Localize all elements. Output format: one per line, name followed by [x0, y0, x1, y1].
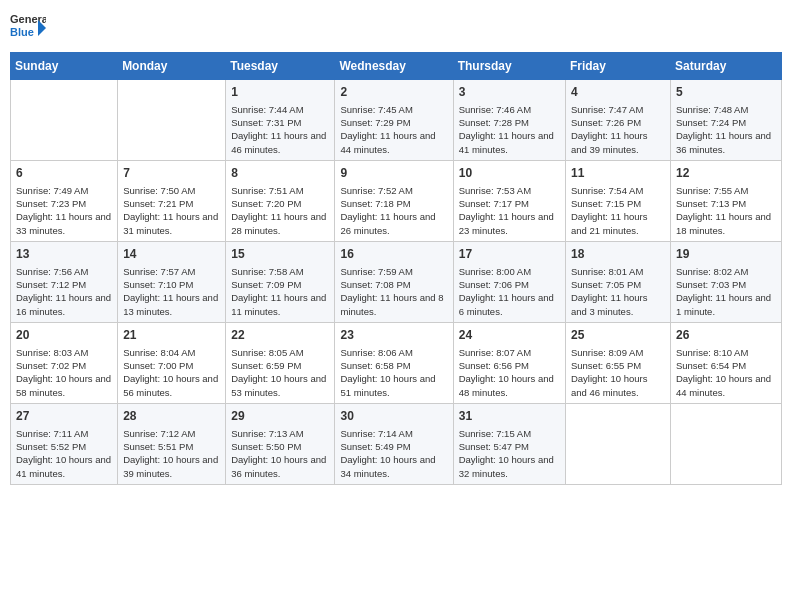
calendar-cell: 23Sunrise: 8:06 AMSunset: 6:58 PMDayligh…	[335, 322, 453, 403]
cell-info-line: Sunrise: 7:57 AM	[123, 265, 220, 278]
calendar-cell: 13Sunrise: 7:56 AMSunset: 7:12 PMDayligh…	[11, 241, 118, 322]
calendar-week-row: 1Sunrise: 7:44 AMSunset: 7:31 PMDaylight…	[11, 80, 782, 161]
calendar-week-row: 20Sunrise: 8:03 AMSunset: 7:02 PMDayligh…	[11, 322, 782, 403]
calendar-cell: 5Sunrise: 7:48 AMSunset: 7:24 PMDaylight…	[670, 80, 781, 161]
cell-info-line: Sunset: 7:29 PM	[340, 116, 447, 129]
cell-info-line: Daylight: 10 hours and 34 minutes.	[340, 453, 447, 480]
logo-svg: General Blue	[10, 10, 46, 46]
calendar-cell: 14Sunrise: 7:57 AMSunset: 7:10 PMDayligh…	[118, 241, 226, 322]
cell-info-line: Sunrise: 8:07 AM	[459, 346, 560, 359]
cell-info-line: Daylight: 10 hours and 32 minutes.	[459, 453, 560, 480]
cell-info-line: Daylight: 10 hours and 53 minutes.	[231, 372, 329, 399]
day-number: 17	[459, 246, 560, 263]
cell-info-line: Sunset: 5:50 PM	[231, 440, 329, 453]
svg-text:Blue: Blue	[10, 26, 34, 38]
cell-info-line: Sunset: 7:10 PM	[123, 278, 220, 291]
cell-info-line: Sunset: 6:56 PM	[459, 359, 560, 372]
cell-info-line: Daylight: 11 hours and 39 minutes.	[571, 129, 665, 156]
cell-info-line: Sunset: 7:28 PM	[459, 116, 560, 129]
calendar-cell: 31Sunrise: 7:15 AMSunset: 5:47 PMDayligh…	[453, 403, 565, 484]
cell-info-line: Daylight: 10 hours and 36 minutes.	[231, 453, 329, 480]
cell-info-line: Sunrise: 7:14 AM	[340, 427, 447, 440]
cell-info-line: Sunset: 7:20 PM	[231, 197, 329, 210]
calendar-cell: 27Sunrise: 7:11 AMSunset: 5:52 PMDayligh…	[11, 403, 118, 484]
cell-info-line: Sunrise: 7:59 AM	[340, 265, 447, 278]
day-number: 18	[571, 246, 665, 263]
calendar-cell	[565, 403, 670, 484]
cell-info-line: Sunrise: 7:15 AM	[459, 427, 560, 440]
cell-info-line: Daylight: 11 hours and 36 minutes.	[676, 129, 776, 156]
cell-info-line: Sunrise: 7:55 AM	[676, 184, 776, 197]
cell-info-line: Daylight: 11 hours and 6 minutes.	[459, 291, 560, 318]
cell-info-line: Sunset: 5:49 PM	[340, 440, 447, 453]
cell-info-line: Sunrise: 8:02 AM	[676, 265, 776, 278]
cell-info-line: Sunrise: 8:04 AM	[123, 346, 220, 359]
calendar-week-row: 13Sunrise: 7:56 AMSunset: 7:12 PMDayligh…	[11, 241, 782, 322]
weekday-header: Wednesday	[335, 53, 453, 80]
cell-info-line: Daylight: 10 hours and 46 minutes.	[571, 372, 665, 399]
cell-info-line: Daylight: 11 hours and 8 minutes.	[340, 291, 447, 318]
cell-info-line: Sunrise: 7:50 AM	[123, 184, 220, 197]
calendar-cell: 9Sunrise: 7:52 AMSunset: 7:18 PMDaylight…	[335, 160, 453, 241]
day-number: 2	[340, 84, 447, 101]
cell-info-line: Sunset: 5:51 PM	[123, 440, 220, 453]
cell-info-line: Sunrise: 7:46 AM	[459, 103, 560, 116]
day-number: 21	[123, 327, 220, 344]
cell-info-line: Daylight: 11 hours and 16 minutes.	[16, 291, 112, 318]
calendar-cell: 4Sunrise: 7:47 AMSunset: 7:26 PMDaylight…	[565, 80, 670, 161]
calendar-cell: 6Sunrise: 7:49 AMSunset: 7:23 PMDaylight…	[11, 160, 118, 241]
day-number: 22	[231, 327, 329, 344]
cell-info-line: Sunrise: 7:58 AM	[231, 265, 329, 278]
day-number: 30	[340, 408, 447, 425]
cell-info-line: Sunset: 7:03 PM	[676, 278, 776, 291]
day-number: 13	[16, 246, 112, 263]
cell-info-line: Sunset: 7:21 PM	[123, 197, 220, 210]
day-number: 5	[676, 84, 776, 101]
day-number: 6	[16, 165, 112, 182]
calendar-cell: 18Sunrise: 8:01 AMSunset: 7:05 PMDayligh…	[565, 241, 670, 322]
day-number: 4	[571, 84, 665, 101]
day-number: 26	[676, 327, 776, 344]
day-number: 15	[231, 246, 329, 263]
cell-info-line: Sunrise: 8:10 AM	[676, 346, 776, 359]
cell-info-line: Daylight: 11 hours and 31 minutes.	[123, 210, 220, 237]
calendar-cell: 30Sunrise: 7:14 AMSunset: 5:49 PMDayligh…	[335, 403, 453, 484]
cell-info-line: Sunset: 7:05 PM	[571, 278, 665, 291]
calendar-header-row: SundayMondayTuesdayWednesdayThursdayFrid…	[11, 53, 782, 80]
calendar-cell: 21Sunrise: 8:04 AMSunset: 7:00 PMDayligh…	[118, 322, 226, 403]
calendar-cell: 17Sunrise: 8:00 AMSunset: 7:06 PMDayligh…	[453, 241, 565, 322]
cell-info-line: Sunset: 6:58 PM	[340, 359, 447, 372]
cell-info-line: Daylight: 10 hours and 51 minutes.	[340, 372, 447, 399]
day-number: 14	[123, 246, 220, 263]
calendar-cell: 25Sunrise: 8:09 AMSunset: 6:55 PMDayligh…	[565, 322, 670, 403]
cell-info-line: Sunrise: 8:01 AM	[571, 265, 665, 278]
cell-info-line: Sunset: 7:13 PM	[676, 197, 776, 210]
day-number: 19	[676, 246, 776, 263]
cell-info-line: Daylight: 11 hours and 23 minutes.	[459, 210, 560, 237]
day-number: 7	[123, 165, 220, 182]
weekday-header: Thursday	[453, 53, 565, 80]
cell-info-line: Sunset: 7:08 PM	[340, 278, 447, 291]
cell-info-line: Sunrise: 7:51 AM	[231, 184, 329, 197]
day-number: 31	[459, 408, 560, 425]
day-number: 8	[231, 165, 329, 182]
cell-info-line: Sunrise: 7:48 AM	[676, 103, 776, 116]
cell-info-line: Sunrise: 7:53 AM	[459, 184, 560, 197]
cell-info-line: Sunrise: 7:12 AM	[123, 427, 220, 440]
day-number: 11	[571, 165, 665, 182]
calendar-cell	[11, 80, 118, 161]
cell-info-line: Daylight: 10 hours and 48 minutes.	[459, 372, 560, 399]
cell-info-line: Sunset: 6:59 PM	[231, 359, 329, 372]
day-number: 9	[340, 165, 447, 182]
calendar-cell: 29Sunrise: 7:13 AMSunset: 5:50 PMDayligh…	[226, 403, 335, 484]
day-number: 24	[459, 327, 560, 344]
cell-info-line: Daylight: 11 hours and 18 minutes.	[676, 210, 776, 237]
cell-info-line: Sunset: 7:17 PM	[459, 197, 560, 210]
calendar-cell: 2Sunrise: 7:45 AMSunset: 7:29 PMDaylight…	[335, 80, 453, 161]
weekday-header: Monday	[118, 53, 226, 80]
calendar-cell: 20Sunrise: 8:03 AMSunset: 7:02 PMDayligh…	[11, 322, 118, 403]
cell-info-line: Daylight: 11 hours and 11 minutes.	[231, 291, 329, 318]
cell-info-line: Sunrise: 8:06 AM	[340, 346, 447, 359]
day-number: 3	[459, 84, 560, 101]
cell-info-line: Sunset: 6:55 PM	[571, 359, 665, 372]
